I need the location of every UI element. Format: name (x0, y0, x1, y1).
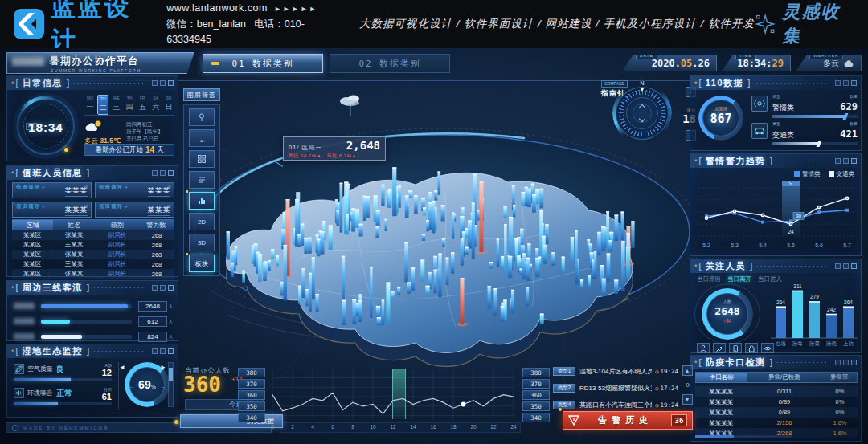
window-icon[interactable] (843, 80, 849, 86)
layer-button-3d[interactable]: 3D (189, 234, 215, 251)
tab-pill-icon (211, 62, 219, 65)
leaf-icon (14, 364, 24, 374)
minimize-icon[interactable] (835, 158, 841, 164)
focus-tab-2[interactable]: 当日离开 (727, 275, 751, 283)
column-header[interactable]: 级别 (96, 220, 138, 230)
duty-leader-card[interactable]: 值班领导 ▸⊗某某某 (12, 182, 92, 198)
layer-button-2d[interactable]: 2D (189, 213, 215, 230)
focus-tab-1[interactable]: 当日滞留 (697, 275, 721, 283)
minimize-icon[interactable] (835, 263, 841, 269)
flow-value: 612 (138, 316, 167, 327)
layer-button-list-icon[interactable] (189, 171, 215, 189)
alert-item[interactable]: 类型1湿地3-104片区有不明人员闯入19:24 (553, 365, 678, 377)
minimize-icon[interactable] (152, 285, 158, 291)
scroll-up-icon[interactable]: ▲ (682, 365, 693, 376)
y-axis-labels-left: 380370360350340 (238, 368, 265, 422)
flow-value: 2648 (138, 301, 167, 312)
window-icon[interactable] (160, 170, 166, 176)
panel-110-data: *[110数据] 总警情 867 类型警情类数量629类型交通类数量421 (690, 75, 862, 151)
expand-icon[interactable] (851, 360, 857, 365)
table-cell: 某某区 (12, 240, 52, 250)
focus-tool-person-icon[interactable] (697, 343, 710, 353)
gauge-right-arrow[interactable]: ► (160, 364, 166, 371)
window-icon[interactable] (160, 285, 166, 291)
minimize-icon[interactable] (835, 360, 841, 365)
focus-tool-lock-icon[interactable] (745, 343, 758, 353)
column-header[interactable]: 卡口名称 (696, 373, 747, 382)
column-header[interactable]: 异常/已检测 (747, 373, 821, 382)
scroll-down-icon[interactable]: ▼ (682, 394, 693, 405)
layer-button-signal-icon[interactable] (189, 129, 215, 147)
svg-text:24: 24 (788, 229, 794, 234)
column-header[interactable]: 异常率 (821, 373, 857, 382)
checkpoint-rate: 0% (822, 386, 858, 397)
expand-icon[interactable] (168, 348, 174, 354)
gauge-left-arrow[interactable]: ◄ (119, 364, 125, 371)
inspiration-collect[interactable]: 灵感收集 (755, 0, 850, 48)
window-icon[interactable] (843, 158, 849, 164)
column-header[interactable]: 警力数 (138, 220, 174, 230)
minimize-icon[interactable] (152, 80, 158, 86)
svg-text:30: 30 (796, 214, 801, 218)
layer-button-板块[interactable]: 板块 (189, 255, 215, 272)
layer-button-chart-icon[interactable] (189, 192, 215, 210)
stat-value: 421 (840, 128, 858, 140)
duty-table: 区域姓名级别警力数某某区张某某副局长268某某区王某某副局长268某某区张某某副… (12, 219, 174, 279)
expand-icon[interactable] (851, 263, 857, 269)
y-tick-340: 340 (522, 413, 550, 422)
panel-title: 警情警力趋势 (706, 155, 766, 167)
compass-label-en: COMPASS (601, 80, 628, 88)
alert-scroll-controls: ▲ ▼ (682, 365, 693, 405)
time-plate: TIME 18:34:29 (722, 55, 791, 71)
eco-scrollbar[interactable] (168, 362, 174, 407)
chart-legend: 警情类交通类 (794, 170, 854, 178)
alert-item[interactable]: 类型2RD13-53烟感报警疑似火灾17:24 (553, 382, 678, 394)
expand-icon[interactable] (168, 285, 174, 291)
alert-item[interactable]: 类型4某路口有小汽车连闯三个红灯19:24 (553, 399, 678, 411)
focus-tool-pen-icon[interactable] (713, 343, 726, 353)
panel-checkpoint: *[防疫卡口检测] 卡口名称异常/已检测异常率 某某某某0/3110%某某某某0… (690, 355, 862, 442)
office-count-value: 360 (183, 373, 221, 397)
tab-data-category-2[interactable]: 02数据类别 (330, 54, 450, 73)
expand-icon[interactable] (851, 80, 857, 86)
window-icon[interactable] (843, 360, 849, 365)
flow-row: 612人 (14, 316, 173, 327)
minimize-icon[interactable] (835, 80, 841, 86)
table-scrollbar[interactable] (695, 435, 792, 438)
column-header[interactable]: 区域 (13, 220, 53, 230)
panel-alarm-trend: *[警情警力趋势] 警情类交通类 30245.25.35.45.55.65.7 (690, 153, 862, 256)
layer-button-pin-icon[interactable] (189, 108, 215, 126)
compass-dial[interactable]: N (616, 87, 669, 140)
cloud-icon (843, 59, 854, 67)
pin-icon (197, 112, 207, 122)
panel-title: 防疫卡口检测 (706, 356, 766, 369)
tab-data-category-1[interactable]: 01数据类别 (203, 54, 323, 73)
window-icon[interactable] (160, 348, 166, 354)
expand-icon[interactable] (851, 158, 857, 164)
corner-tick (803, 54, 806, 57)
svg-text:5.2: 5.2 (702, 242, 710, 248)
svg-text:0: 0 (271, 424, 274, 430)
layer-button-cluster-icon[interactable] (189, 150, 215, 168)
total-alarm-gauge: 总警情 867 (698, 96, 743, 141)
expand-icon[interactable] (168, 80, 174, 86)
minimize-icon[interactable] (152, 170, 158, 176)
website-link[interactable]: www.lanlanwork.com►►►►► (166, 1, 329, 17)
table-cell: 268 (139, 250, 174, 259)
platform-subtitle: SUMMER WORKING PLATFORM (51, 68, 187, 73)
expand-icon[interactable] (168, 170, 174, 176)
duty-leader-card[interactable]: 值班领导 ▸⊗某某某 (12, 202, 92, 218)
focus-tool-phone-icon[interactable] (729, 343, 742, 353)
duty-leader-card[interactable]: 值班领导 ▸⊗某某某 (95, 182, 174, 198)
svg-text:5.3: 5.3 (731, 242, 739, 248)
date-label: DATE (636, 52, 657, 59)
window-icon[interactable] (160, 80, 166, 86)
minimize-icon[interactable] (152, 348, 158, 354)
duty-leader-card[interactable]: 值班领导 ▸⊗某某某 (95, 202, 174, 218)
alert-history-button[interactable]: 告警历史 36 (563, 411, 693, 430)
column-header[interactable]: 姓名 (53, 220, 96, 230)
history-data-button[interactable]: 历史数据 (180, 414, 283, 428)
window-icon[interactable] (843, 263, 849, 269)
date-plate: DATE 2020.05.26 (622, 55, 717, 71)
checkpoint-detect: 2/156 (747, 418, 822, 428)
